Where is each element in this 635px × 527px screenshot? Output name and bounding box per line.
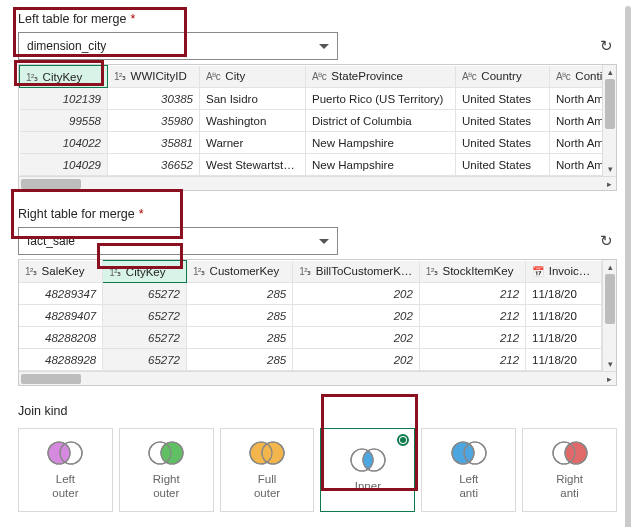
scroll-up-icon[interactable]: ▴	[603, 65, 617, 79]
table-cell: Washington	[200, 110, 306, 132]
table-cell: 212	[419, 283, 525, 305]
scroll-right-icon[interactable]: ▸	[602, 372, 616, 386]
table-cell: 11/18/20	[526, 305, 602, 327]
scrollbar-thumb[interactable]	[21, 374, 81, 384]
join-option-label: Leftouter	[52, 473, 78, 501]
table-row[interactable]: 10402936652West StewartstownNew Hampshir…	[20, 154, 618, 176]
table-row[interactable]: 9955835980WashingtonDistrict of Columbia…	[20, 110, 618, 132]
column-header-citykey[interactable]: 1²₃ CityKey	[103, 261, 187, 283]
left-table-label: Left table for merge*	[18, 12, 617, 26]
scroll-down-icon[interactable]: ▾	[603, 357, 617, 371]
radio-selected-icon	[397, 434, 409, 446]
column-header-invoiceda[interactable]: 📅 InvoiceDa	[526, 261, 602, 283]
scrollbar-vertical[interactable]: ▴ ▾	[602, 260, 616, 371]
join-left-anti[interactable]: Leftanti	[421, 428, 516, 512]
venn-icon	[43, 439, 87, 467]
right-table-preview: 1²₃ SaleKey1²₃ CityKey1²₃ CustomerKey1²₃…	[18, 259, 617, 386]
table-cell: United States	[456, 154, 550, 176]
table-cell: New Hampshire	[306, 132, 456, 154]
table-cell: 35980	[108, 110, 200, 132]
datatype-icon: Aᴮc	[462, 71, 476, 82]
table-row[interactable]: 482893476527228520221211/18/20	[19, 283, 616, 305]
join-option-label: Leftanti	[459, 473, 478, 501]
column-header-billtocustomerkey[interactable]: 1²₃ BillToCustomerKey	[293, 261, 420, 283]
scrollbar-thumb[interactable]	[605, 79, 615, 129]
table-cell: 36652	[108, 154, 200, 176]
table-cell: 11/18/20	[526, 327, 602, 349]
datatype-icon: 1²₃	[109, 267, 120, 278]
table-cell: 48289347	[19, 283, 103, 305]
column-header-customerkey[interactable]: 1²₃ CustomerKey	[187, 261, 293, 283]
datatype-icon: 1²₃	[26, 72, 37, 83]
table-cell: West Stewartstown	[200, 154, 306, 176]
datatype-icon: 1²₃	[193, 266, 204, 277]
datatype-icon: 1²₃	[299, 266, 310, 277]
scrollbar-thumb[interactable]	[605, 274, 615, 324]
datatype-icon: Aᴮc	[206, 71, 220, 82]
table-row[interactable]: 482894076527228520221211/18/20	[19, 305, 616, 327]
right-table-label: Right table for merge*	[18, 207, 617, 221]
dialog-scrollbar[interactable]	[625, 6, 631, 527]
join-right-outer[interactable]: Rightouter	[119, 428, 214, 512]
venn-icon	[245, 439, 289, 467]
table-cell: 212	[419, 349, 525, 371]
table-cell: New Hampshire	[306, 154, 456, 176]
table-row[interactable]: 10402235881WarnerNew HampshireUnited Sta…	[20, 132, 618, 154]
refresh-icon[interactable]: ↻	[596, 33, 617, 59]
table-cell: 285	[187, 327, 293, 349]
scroll-up-icon[interactable]: ▴	[603, 260, 617, 274]
table-cell: 285	[187, 305, 293, 327]
join-left-outer[interactable]: Leftouter	[18, 428, 113, 512]
join-option-label: Rightanti	[556, 473, 583, 501]
table-cell: 11/18/20	[526, 349, 602, 371]
table-cell: 99558	[20, 110, 108, 132]
left-table-dropdown-value: dimension_city	[27, 39, 106, 53]
chevron-down-icon	[319, 44, 329, 49]
scroll-down-icon[interactable]: ▾	[603, 162, 617, 176]
table-cell: United States	[456, 110, 550, 132]
table-cell: 11/18/20	[526, 283, 602, 305]
table-cell: District of Columbia	[306, 110, 456, 132]
refresh-icon[interactable]: ↻	[596, 228, 617, 254]
required-asterisk: *	[130, 12, 135, 26]
table-cell: 35881	[108, 132, 200, 154]
column-header-city[interactable]: Aᴮc City	[200, 66, 306, 88]
table-cell: 212	[419, 327, 525, 349]
table-cell: 202	[293, 305, 420, 327]
scrollbar-vertical[interactable]: ▴ ▾	[602, 65, 616, 176]
table-cell: 102139	[20, 88, 108, 110]
table-row[interactable]: 10213930385San IsidroPuerto Rico (US Ter…	[20, 88, 618, 110]
table-cell: 202	[293, 327, 420, 349]
table-cell: 65272	[103, 283, 187, 305]
table-cell: 285	[187, 349, 293, 371]
scrollbar-horizontal[interactable]: ◂ ▸	[19, 176, 616, 190]
table-cell: Puerto Rico (US Territory)	[306, 88, 456, 110]
scrollbar-horizontal[interactable]: ◂ ▸	[19, 371, 616, 385]
join-full-outer[interactable]: Fullouter	[220, 428, 315, 512]
venn-icon	[144, 439, 188, 467]
left-table-dropdown[interactable]: dimension_city	[18, 32, 338, 60]
table-cell: San Isidro	[200, 88, 306, 110]
join-kind-label: Join kind	[18, 404, 617, 418]
column-header-stockitemkey[interactable]: 1²₃ StockItemKey	[419, 261, 525, 283]
table-cell: 65272	[103, 305, 187, 327]
right-table-dropdown[interactable]: fact_sale	[18, 227, 338, 255]
join-right-anti[interactable]: Rightanti	[522, 428, 617, 512]
table-row[interactable]: 482882086527228520221211/18/20	[19, 327, 616, 349]
datatype-icon: 1²₃	[114, 71, 125, 82]
table-row[interactable]: 482889286527228520221211/18/20	[19, 349, 616, 371]
scroll-right-icon[interactable]: ▸	[602, 177, 616, 191]
column-header-country[interactable]: Aᴮc Country	[456, 66, 550, 88]
table-cell: 104022	[20, 132, 108, 154]
scrollbar-thumb[interactable]	[21, 179, 81, 189]
column-header-wwicityid[interactable]: 1²₃ WWICityID	[108, 66, 200, 88]
column-header-salekey[interactable]: 1²₃ SaleKey	[19, 261, 103, 283]
table-cell: 48288208	[19, 327, 103, 349]
join-inner[interactable]: Inner	[320, 428, 415, 512]
datatype-icon: Aᴮc	[312, 71, 326, 82]
column-header-citykey[interactable]: 1²₃ CityKey	[20, 66, 108, 88]
table-cell: 30385	[108, 88, 200, 110]
column-header-stateprovince[interactable]: Aᴮc StateProvince	[306, 66, 456, 88]
table-cell: 104029	[20, 154, 108, 176]
chevron-down-icon	[319, 239, 329, 244]
